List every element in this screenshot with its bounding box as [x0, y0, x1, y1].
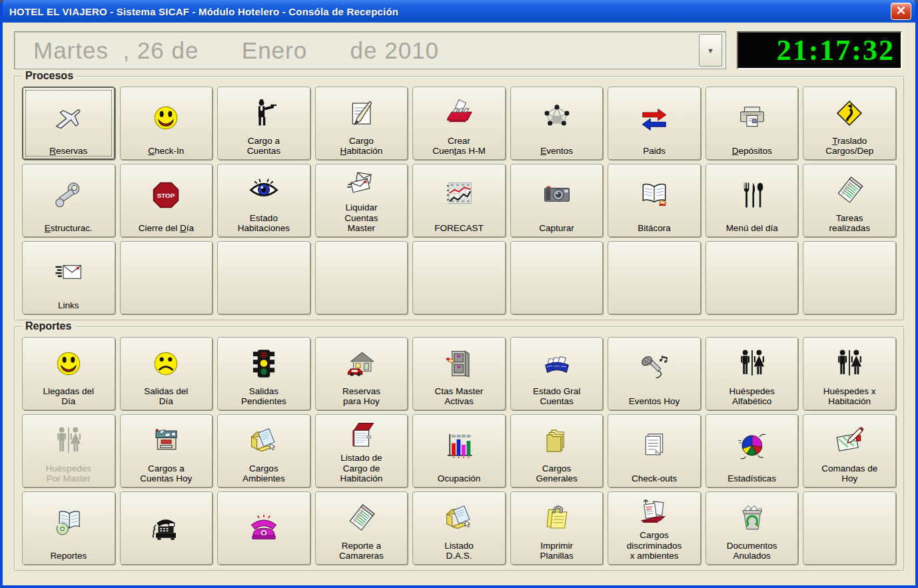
- button-label: Huéspedes x Habitación: [823, 386, 876, 408]
- tareas-realizadas-button[interactable]: Tareas realizadas: [803, 164, 896, 237]
- blank-area: [414, 245, 504, 311]
- reportes-button[interactable]: Reportes: [22, 491, 115, 565]
- crear-cuentas-hm-button[interactable]: Crear Cuentas H-M: [412, 87, 506, 160]
- chevron-down-icon: ▼: [707, 47, 714, 55]
- notepad-icon: [805, 168, 894, 213]
- bellhop-icon: [219, 91, 308, 136]
- button-label: Huéspedes Alfabético: [729, 386, 775, 408]
- forecast-chart-icon: [414, 168, 504, 223]
- fax-button[interactable]: [120, 491, 213, 565]
- check-in-button[interactable]: Check-In: [120, 87, 213, 160]
- blank-area: [610, 245, 699, 311]
- traslado-cargos-dep-button[interactable]: Traslado Cargos/Dep: [803, 87, 896, 160]
- folders-icon: [512, 418, 602, 463]
- button-label: Liquidar Cuentas Master: [344, 202, 378, 234]
- cierre-del-dia-button[interactable]: STOPCierre del Día: [120, 164, 213, 237]
- listado-das-button[interactable]: Listado D.A.S.: [412, 491, 506, 565]
- button-label: Reporte a Camareras: [339, 541, 384, 562]
- comandas-de-hoy-button[interactable]: Comandas de Hoy: [803, 414, 896, 487]
- document-icon: [610, 418, 699, 473]
- empty-slot: [705, 241, 799, 314]
- reservas-button[interactable]: Reservas: [22, 87, 115, 160]
- empty-slot: [412, 241, 506, 314]
- liquidar-cuentas-master-button[interactable]: Liquidar Cuentas Master: [315, 164, 408, 237]
- estructurac-button[interactable]: Estructurac.: [22, 164, 115, 237]
- guests-gray-icon: [24, 418, 113, 463]
- button-label: Estado Habitaciones: [238, 213, 290, 234]
- wrench-icon: [24, 168, 113, 223]
- button-label: Comandas de Hoy: [821, 463, 877, 485]
- huespedes-x-habitacion-button[interactable]: Huéspedes x Habitación: [803, 337, 896, 410]
- camera-icon: [512, 168, 602, 223]
- telefono-button[interactable]: [217, 491, 310, 565]
- reporte-a-camareras-button[interactable]: Reporte a Camareras: [315, 491, 408, 565]
- printer-icon: [707, 91, 797, 146]
- cargos-a-cuentas-hoy-button[interactable]: Cargos a Cuentas Hoy: [120, 414, 213, 487]
- date-dropdown-button[interactable]: ▼: [699, 34, 722, 67]
- airplane-icon: [24, 91, 113, 146]
- paids-button[interactable]: Paids: [608, 87, 701, 160]
- button-label: Listado de Cargo de Habitación: [340, 453, 383, 484]
- button-label: Salidas Pendientes: [241, 386, 286, 408]
- capturar-button[interactable]: Capturar: [510, 164, 604, 237]
- envelopes-icon: [317, 168, 406, 202]
- button-label: Cargo Habitación: [340, 136, 383, 157]
- ctas-master-activas-button[interactable]: Ctas Master Activas: [412, 337, 506, 410]
- date-combobox[interactable]: Martes , 26 de Enero de 2010 ▼: [14, 31, 726, 69]
- reservas-para-hoy-button[interactable]: Reservas para Hoy: [315, 337, 408, 410]
- cargos-generales-button[interactable]: Cargos Generales: [510, 414, 604, 487]
- email-icon: [24, 245, 113, 300]
- blank-area: [317, 245, 406, 311]
- empty-slot: [217, 241, 310, 314]
- empty-slot: [510, 241, 604, 314]
- llegadas-del-dia-button[interactable]: Llegadas del Día: [22, 337, 115, 410]
- button-label: Estadísticas: [727, 473, 776, 484]
- close-button[interactable]: [891, 3, 911, 20]
- folder-doc-icon: [414, 495, 504, 541]
- button-label: Documentos Anulados: [727, 541, 777, 562]
- links-button[interactable]: Links: [22, 241, 115, 314]
- bitacora-button[interactable]: Bitácora: [608, 164, 701, 237]
- blank-area: [512, 245, 602, 311]
- ocupacion-button[interactable]: Ocupación: [412, 414, 506, 487]
- red-notebook-icon: [317, 418, 406, 453]
- clock-display: 21:17:32: [737, 31, 902, 69]
- button-label: Reservas: [49, 146, 87, 156]
- listado-de-cargo-de-habitacion-button[interactable]: Listado de Cargo de Habitación: [315, 414, 408, 487]
- salidas-pendientes-button[interactable]: Salidas Pendientes: [217, 337, 310, 410]
- cargo-habitacion-button[interactable]: Cargo Habitación: [315, 87, 408, 160]
- transfer-arrows-icon: [610, 91, 699, 146]
- forecast-button[interactable]: FORECAST: [412, 164, 506, 237]
- button-label: Cargos discriminados x ambientes: [627, 530, 682, 561]
- check-outs-button[interactable]: Check-outs: [608, 414, 701, 487]
- button-label: Llegadas del Día: [43, 386, 94, 408]
- depositos-button[interactable]: Depósitos: [705, 87, 799, 160]
- eventos-button[interactable]: Eventos: [510, 87, 604, 160]
- imprimir-planillas-button[interactable]: Imprimir Planillas: [510, 491, 604, 565]
- blank-area: [707, 245, 797, 311]
- button-label: Cargo a Cuentas: [247, 136, 280, 157]
- bar-chart-icon: [414, 418, 504, 473]
- sad-face-icon: [122, 341, 211, 386]
- button-label: Imprimir Planillas: [540, 541, 573, 562]
- recycle-bin-icon: [707, 495, 797, 541]
- estadisticas-button[interactable]: Estadísticas: [705, 414, 799, 487]
- button-label: Huéspedes Por Master: [46, 463, 91, 485]
- guests-icon: [707, 341, 797, 386]
- button-label: Check-In: [148, 146, 184, 156]
- house-car-icon: [317, 341, 406, 386]
- cargos-ambientes-button[interactable]: Cargos Ambientes: [217, 414, 310, 487]
- button-label: Cargos Ambientes: [242, 463, 285, 485]
- documentos-anulados-button[interactable]: Documentos Anulados: [705, 491, 799, 565]
- huespedes-alfabetico-button[interactable]: Huéspedes Alfabético: [705, 337, 799, 410]
- estado-gral-cuentas-button[interactable]: Estado Gral Cuentas: [510, 337, 604, 410]
- salidas-del-dia-button[interactable]: Salidas del Día: [120, 337, 213, 410]
- window-title: HOTEL EL VIAJERO - Sistema SICAF - Módul…: [9, 6, 398, 17]
- svg-text:STOP: STOP: [157, 192, 175, 200]
- cargos-discriminados-x-ambientes-button[interactable]: Cargos discriminados x ambientes: [608, 491, 701, 565]
- notepad-icon: [317, 495, 406, 541]
- estado-habitaciones-button[interactable]: Estado Habitaciones: [217, 164, 310, 237]
- eventos-hoy-button[interactable]: Eventos Hoy: [608, 337, 701, 410]
- menu-del-dia-button[interactable]: Menú del día: [705, 164, 799, 237]
- cargo-a-cuentas-button[interactable]: Cargo a Cuentas: [217, 87, 310, 160]
